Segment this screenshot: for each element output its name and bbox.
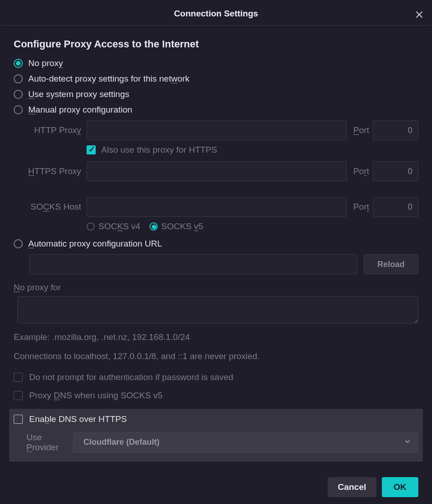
provider-select[interactable]: Cloudflare (Default) — [73, 432, 418, 453]
close-icon — [415, 10, 423, 19]
close-button[interactable] — [413, 8, 426, 21]
localhost-note: Connections to localhost, 127.0.0.1/8, a… — [14, 349, 418, 364]
auth-prompt-label: Do not prompt for authentication if pass… — [29, 372, 233, 382]
https-port-input[interactable] — [373, 161, 418, 181]
https-proxy-input[interactable] — [87, 161, 347, 181]
https-port-label: Port — [347, 166, 373, 176]
no-proxy-for-label: No proxy for — [14, 283, 418, 293]
radio-socks-v5[interactable]: SOCKS v5 — [149, 221, 203, 231]
example-hint: Example: .mozilla.org, .net.nz, 192.168.… — [14, 330, 418, 345]
pac-url-input[interactable] — [29, 254, 357, 274]
radio-icon — [14, 59, 23, 68]
http-proxy-row: HTTP Proxy Port — [14, 120, 418, 140]
radio-socks-v4[interactable]: SOCKS v4 — [87, 221, 140, 231]
provider-row: Use Provider Cloudflare (Default) — [14, 432, 418, 453]
checkbox-icon — [14, 391, 23, 400]
section-heading: Configure Proxy Access to the Internet — [14, 38, 418, 50]
socks-version-radios: SOCKS v4 SOCKS v5 — [87, 221, 418, 231]
radio-system-proxy[interactable]: Use system proxy settings — [14, 89, 418, 99]
radio-icon — [149, 222, 158, 231]
dialog-footer: Cancel OK — [2, 471, 430, 504]
radio-label: No proxy — [28, 58, 63, 68]
radio-label: Automatic proxy configuration URL — [28, 239, 162, 249]
http-proxy-label: HTTP Proxy — [14, 125, 87, 135]
doh-label: Enable DNS over HTTPS — [29, 414, 127, 424]
dialog-titlebar: Connection Settings — [2, 2, 430, 26]
socks-host-label: SOCKS Host — [14, 202, 87, 212]
provider-value: Cloudflare (Default) — [83, 437, 159, 447]
socks-host-input[interactable] — [87, 197, 347, 217]
radio-auto-detect[interactable]: Auto-detect proxy settings for this netw… — [14, 74, 418, 84]
radio-icon — [14, 105, 23, 114]
socks-host-row: SOCKS Host Port — [14, 197, 418, 217]
ok-button[interactable]: OK — [382, 477, 419, 497]
http-port-input[interactable] — [373, 120, 418, 140]
doh-section: Enable DNS over HTTPS Use Provider Cloud… — [9, 409, 423, 462]
no-proxy-for-input[interactable] — [17, 296, 418, 324]
reload-button[interactable]: Reload — [364, 254, 418, 274]
radio-icon — [14, 239, 23, 248]
radio-no-proxy[interactable]: No proxy — [14, 58, 418, 68]
socks-port-input[interactable] — [373, 197, 418, 217]
socks-port-label: Port — [347, 202, 373, 212]
dialog-content: Configure Proxy Access to the Internet N… — [2, 26, 430, 471]
http-proxy-input[interactable] — [87, 120, 347, 140]
auth-prompt-checkbox-row[interactable]: Do not prompt for authentication if pass… — [14, 372, 418, 382]
radio-label: Auto-detect proxy settings for this netw… — [28, 74, 190, 84]
also-https-label: Also use this proxy for HTTPS — [101, 145, 217, 155]
doh-checkbox-row[interactable]: Enable DNS over HTTPS — [14, 414, 418, 424]
connection-settings-dialog: Connection Settings Configure Proxy Acce… — [2, 2, 430, 504]
provider-label: Use Provider — [14, 432, 73, 453]
dialog-title: Connection Settings — [174, 9, 258, 19]
proxy-dns-checkbox-row[interactable]: Proxy DNS when using SOCKS v5 — [14, 391, 418, 401]
chevron-down-icon — [404, 437, 411, 447]
checkbox-icon — [87, 145, 96, 154]
radio-label: Use system proxy settings — [28, 89, 129, 99]
radio-manual-proxy[interactable]: Manual proxy configuration — [14, 105, 418, 115]
http-port-label: Port — [347, 125, 373, 135]
radio-pac-url[interactable]: Automatic proxy configuration URL — [14, 239, 418, 249]
checkbox-icon — [14, 373, 23, 382]
radio-icon — [14, 74, 23, 83]
radio-icon — [87, 222, 95, 231]
https-proxy-label: HTTPS Proxy — [14, 166, 87, 176]
radio-label: Manual proxy configuration — [28, 105, 132, 115]
https-proxy-row: HTTPS Proxy Port — [14, 161, 418, 181]
pac-url-row: Reload — [29, 254, 418, 274]
also-https-row[interactable]: Also use this proxy for HTTPS — [87, 145, 418, 155]
radio-icon — [14, 90, 23, 99]
proxy-dns-label: Proxy DNS when using SOCKS v5 — [29, 391, 163, 401]
checkbox-icon — [14, 415, 23, 424]
cancel-button[interactable]: Cancel — [328, 477, 376, 497]
